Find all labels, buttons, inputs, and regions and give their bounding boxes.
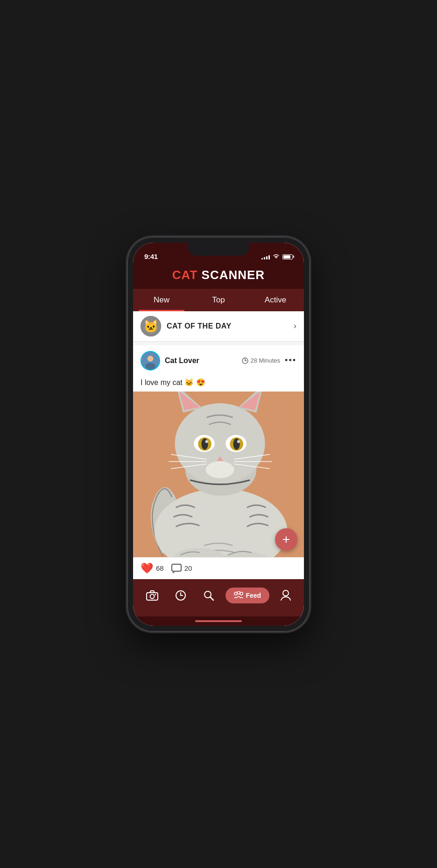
- comment-icon: [171, 564, 182, 573]
- svg-point-28: [201, 438, 208, 449]
- svg-point-1: [145, 323, 156, 333]
- notch: [188, 243, 249, 256]
- wifi-icon: [273, 253, 280, 260]
- nav-profile[interactable]: [275, 586, 296, 605]
- app-title-scanner: SCANNER: [197, 268, 265, 282]
- app-title: CAT SCANNER: [133, 268, 304, 282]
- svg-point-39: [206, 461, 234, 478]
- svg-point-5: [152, 324, 154, 327]
- svg-point-9: [145, 363, 155, 369]
- home-indicator: [133, 616, 304, 626]
- feed-icon: [234, 591, 243, 600]
- svg-point-43: [155, 594, 156, 595]
- cat-of-day-banner[interactable]: CAT OF THE DAY ›: [133, 311, 304, 342]
- svg-point-49: [234, 592, 237, 595]
- nav-search[interactable]: [197, 586, 220, 605]
- svg-point-3: [151, 323, 155, 327]
- svg-rect-41: [147, 593, 158, 600]
- svg-point-4: [148, 324, 150, 327]
- phone-frame: 9:41: [127, 237, 310, 631]
- post-card: Cat Lover 28 Minutes ••• I love my cat 🐱…: [133, 345, 304, 579]
- bottom-nav: Feed: [133, 579, 304, 616]
- tab-top[interactable]: Top: [190, 289, 247, 311]
- status-time: 9:41: [144, 252, 158, 260]
- svg-point-30: [205, 440, 208, 443]
- svg-point-51: [240, 592, 243, 595]
- fab-add-button[interactable]: +: [275, 528, 297, 551]
- nav-feed-label: Feed: [246, 592, 261, 599]
- tab-new[interactable]: New: [133, 289, 190, 311]
- tabs-bar: New Top Active: [133, 289, 304, 311]
- svg-line-48: [210, 597, 213, 600]
- svg-rect-40: [172, 564, 181, 571]
- post-caption: I love my cat 🐱 😍: [133, 376, 304, 392]
- post-time: 28 Minutes: [242, 357, 281, 364]
- svg-point-31: [237, 440, 240, 443]
- home-bar: [195, 620, 242, 622]
- nav-camera[interactable]: [141, 587, 164, 604]
- likes-count: 68: [156, 564, 164, 572]
- svg-point-6: [149, 327, 153, 330]
- svg-point-29: [233, 438, 240, 449]
- svg-point-8: [148, 356, 154, 362]
- search-icon: [203, 590, 214, 601]
- svg-point-50: [237, 591, 240, 594]
- heart-icon: ❤️: [141, 562, 153, 574]
- user-avatar: [141, 351, 160, 371]
- svg-point-0: [141, 316, 161, 336]
- camera-icon: [146, 590, 158, 601]
- cat-of-day-label: CAT OF THE DAY: [167, 322, 294, 330]
- tab-active[interactable]: Active: [247, 289, 304, 311]
- app-title-cat: CAT: [172, 268, 198, 282]
- profile-icon: [281, 590, 291, 601]
- user-name: Cat Lover: [165, 357, 242, 365]
- phone-screen: 9:41: [133, 243, 304, 626]
- status-icons: [261, 253, 293, 260]
- cat-of-day-chevron-icon: ›: [294, 321, 296, 331]
- post-header: Cat Lover 28 Minutes •••: [133, 345, 304, 376]
- history-icon: [175, 590, 186, 601]
- svg-point-42: [150, 594, 154, 598]
- cat-avatar-image: [141, 316, 161, 336]
- more-button[interactable]: •••: [285, 356, 296, 365]
- app-header: CAT SCANNER: [133, 263, 304, 289]
- post-image: +: [133, 392, 304, 557]
- clock-icon: [242, 357, 248, 364]
- comment-button[interactable]: 20: [171, 564, 192, 573]
- nav-history[interactable]: [169, 586, 192, 605]
- battery-icon: [282, 254, 293, 259]
- post-footer: ❤️ 68 20: [133, 557, 304, 579]
- cat-of-day-avatar: [141, 316, 161, 336]
- content-area: CAT OF THE DAY › Cat Lover: [133, 311, 304, 579]
- nav-feed[interactable]: Feed: [226, 588, 270, 603]
- svg-point-2: [147, 323, 151, 327]
- comments-count: 20: [184, 564, 192, 572]
- post-time-label: 28 Minutes: [251, 357, 281, 364]
- like-button[interactable]: ❤️ 68: [141, 562, 164, 574]
- signal-icon: [261, 254, 270, 259]
- svg-point-52: [283, 590, 289, 596]
- fab-plus-icon: +: [282, 532, 290, 547]
